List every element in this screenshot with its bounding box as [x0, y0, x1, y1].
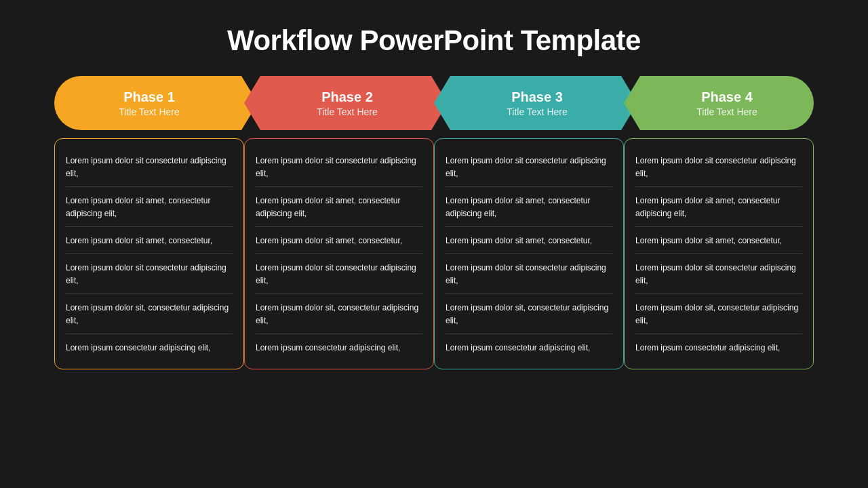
phase-1-header: Phase 1 Title Text Here	[54, 76, 258, 130]
list-item: Lorem ipsum dolor sit amet, consectetur,	[256, 227, 422, 254]
list-item: Lorem ipsum dolor sit, consectetur adipi…	[256, 294, 422, 334]
phase-4-subtitle: Title Text Here	[696, 106, 757, 117]
list-item: Lorem ipsum dolor sit, consectetur adipi…	[446, 294, 612, 334]
phase-3-header: Phase 3 Title Text Here	[434, 76, 637, 130]
list-item: Lorem ipsum consectetur adipiscing elit,	[635, 334, 802, 361]
list-item: Lorem ipsum dolor sit amet, consectetur,	[446, 227, 612, 254]
phase-2-content: Lorem ipsum dolor sit consectetur adipis…	[244, 138, 434, 369]
phase-1-content: Lorem ipsum dolor sit consectetur adipis…	[54, 138, 244, 369]
phase-4-content: Lorem ipsum dolor sit consectetur adipis…	[624, 138, 814, 369]
list-item: Lorem ipsum dolor sit amet, consectetur …	[446, 187, 612, 227]
phase-2-subtitle: Title Text Here	[317, 106, 377, 117]
list-item: Lorem ipsum dolor sit consectetur adipis…	[66, 147, 233, 187]
phase-3-subtitle: Title Text Here	[507, 106, 567, 117]
page-title: Workflow PowerPoint Template	[227, 24, 641, 57]
phases-container: Phase 1 Title Text Here Lorem ipsum dolo…	[54, 76, 814, 369]
phase-4-header: Phase 4 Title Text Here	[624, 76, 814, 130]
list-item: Lorem ipsum dolor sit amet, consectetur …	[66, 187, 233, 227]
phase-3-label: Phase 3	[511, 89, 563, 105]
list-item: Lorem ipsum dolor sit consectetur adipis…	[635, 254, 802, 294]
list-item: Lorem ipsum dolor sit consectetur adipis…	[446, 147, 612, 187]
phase-3-column: Phase 3 Title Text Here Lorem ipsum dolo…	[434, 76, 624, 369]
phase-1-subtitle: Title Text Here	[119, 106, 179, 117]
list-item: Lorem ipsum dolor sit consectetur adipis…	[256, 147, 422, 187]
phase-4-label: Phase 4	[701, 89, 753, 105]
phase-2-header: Phase 2 Title Text Here	[244, 76, 448, 130]
phase-2-column: Phase 2 Title Text Here Lorem ipsum dolo…	[244, 76, 434, 369]
list-item: Lorem ipsum consectetur adipiscing elit,	[66, 334, 233, 361]
phase-4-column: Phase 4 Title Text Here Lorem ipsum dolo…	[624, 76, 814, 369]
list-item: Lorem ipsum dolor sit amet, consectetur,	[635, 227, 802, 254]
list-item: Lorem ipsum dolor sit, consectetur adipi…	[635, 294, 802, 334]
list-item: Lorem ipsum dolor sit amet, consectetur …	[635, 187, 802, 227]
list-item: Lorem ipsum dolor sit, consectetur adipi…	[66, 294, 233, 334]
phase-1-label: Phase 1	[123, 89, 175, 105]
phase-3-content: Lorem ipsum dolor sit consectetur adipis…	[434, 138, 624, 369]
list-item: Lorem ipsum consectetur adipiscing elit,	[256, 334, 422, 361]
list-item: Lorem ipsum dolor sit amet, consectetur,	[66, 227, 233, 254]
list-item: Lorem ipsum dolor sit consectetur adipis…	[446, 254, 612, 294]
phase-1-column: Phase 1 Title Text Here Lorem ipsum dolo…	[54, 76, 244, 369]
list-item: Lorem ipsum dolor sit amet, consectetur …	[256, 187, 422, 227]
list-item: Lorem ipsum consectetur adipiscing elit,	[446, 334, 612, 361]
list-item: Lorem ipsum dolor sit consectetur adipis…	[66, 254, 233, 294]
list-item: Lorem ipsum dolor sit consectetur adipis…	[635, 147, 802, 187]
phase-2-label: Phase 2	[321, 89, 373, 105]
list-item: Lorem ipsum dolor sit consectetur adipis…	[256, 254, 422, 294]
